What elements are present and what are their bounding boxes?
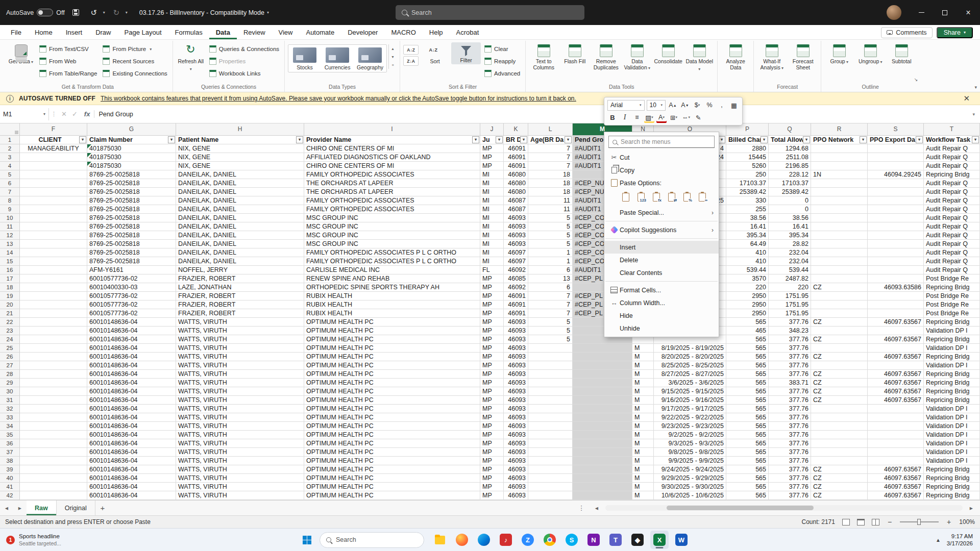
cell-S6[interactable] (868, 179, 924, 188)
column-letter-L[interactable]: L (528, 123, 573, 136)
cell-P27[interactable]: 565 (726, 361, 769, 370)
cell-P7[interactable]: 25389.42 (726, 188, 769, 196)
cell-G35[interactable]: 60010148636-04 (87, 431, 176, 439)
cell-H7[interactable]: DANEILAK, DANIEL (176, 188, 304, 196)
row-number-20[interactable]: 20 (0, 300, 20, 309)
cell-R12[interactable] (811, 231, 868, 240)
save-button[interactable] (69, 6, 83, 19)
select-all-button[interactable] (0, 123, 20, 136)
cell-M30[interactable] (573, 387, 632, 396)
cell-S42[interactable]: 46097.63567 (868, 491, 924, 500)
ribbon-big-button[interactable]: Flash Fill (560, 42, 590, 65)
cell-H4[interactable]: NIX, GENE (176, 162, 304, 170)
cell-R24[interactable]: CZ (811, 335, 868, 344)
header-cell-R1[interactable]: PPO Network▾ (811, 136, 868, 144)
ribbon-tab[interactable]: File (4, 25, 28, 39)
cell-F23[interactable] (20, 327, 87, 335)
cell-F27[interactable] (20, 361, 87, 370)
cell-J11[interactable]: MI (480, 222, 504, 231)
cell-H31[interactable]: WATTS, VIRUTH (176, 396, 304, 405)
filter-button[interactable]: ▾ (296, 136, 303, 143)
ribbon-tab[interactable]: View (272, 25, 300, 39)
comma-style-button[interactable]: , (717, 100, 727, 111)
row-number-23[interactable]: 23 (0, 327, 20, 335)
undo-button[interactable]: ↺ (87, 6, 101, 19)
row-number-41[interactable]: 41 (0, 483, 20, 491)
cell-G24[interactable]: 60010148636-04 (87, 335, 176, 344)
cell-P8[interactable]: 330 (726, 196, 769, 205)
cell-I41[interactable]: OPTIMUM HEALTH PC (304, 483, 480, 491)
cell-F15[interactable] (20, 257, 87, 266)
cell-T14[interactable]: Audit Repair Q (924, 248, 980, 257)
cell-O26[interactable]: 8/20/2025 - 8/20/2025 (654, 353, 726, 361)
comments-button[interactable]: Comments (881, 27, 932, 38)
cell-K41[interactable]: 46093 (504, 483, 528, 491)
ribbon-small-button[interactable]: From Text/CSV (37, 44, 99, 54)
column-letter-H[interactable]: H (176, 123, 304, 136)
row-number-13[interactable]: 13 (0, 240, 20, 248)
cell-F38[interactable] (20, 457, 87, 465)
cell-J15[interactable]: MI (480, 257, 504, 266)
cell-M26[interactable] (573, 353, 632, 361)
column-letter-T[interactable]: T (924, 123, 980, 136)
cell-F19[interactable] (20, 292, 87, 300)
cell-S2[interactable] (868, 144, 924, 153)
row-number-29[interactable]: 29 (0, 379, 20, 387)
ribbon-small-button[interactable]: Queries & Connections (207, 44, 281, 54)
cell-J19[interactable]: MP (480, 292, 504, 300)
ribbon-small-button[interactable]: Recent Sources (101, 56, 169, 66)
cell-T15[interactable]: Audit Repair Q (924, 257, 980, 266)
cell-K38[interactable]: 46093 (504, 457, 528, 465)
cell-F13[interactable] (20, 240, 87, 248)
cell-G39[interactable]: 60010148636-04 (87, 465, 176, 474)
cell-Q41[interactable]: 377.76 (769, 483, 811, 491)
italic-button[interactable]: I (620, 112, 630, 123)
cell-G20[interactable]: 60010577736-02 (87, 300, 176, 309)
cell-K16[interactable]: 46092 (504, 266, 528, 274)
cell-K35[interactable]: 46093 (504, 431, 528, 439)
cell-K13[interactable]: 46093 (504, 240, 528, 248)
cell-K33[interactable]: 46093 (504, 413, 528, 422)
zoom-slider[interactable] (900, 521, 939, 522)
cell-G40[interactable]: 60010148636-04 (87, 474, 176, 483)
cell-G22[interactable]: 60010148636-04 (87, 318, 176, 327)
cell-G19[interactable]: 60010577736-02 (87, 292, 176, 300)
cell-N31[interactable]: M (632, 396, 654, 405)
cell-H15[interactable]: DANEILAK, DANIEL (176, 257, 304, 266)
cell-R19[interactable] (811, 292, 868, 300)
name-box-caret-icon[interactable]: ▾ (43, 112, 45, 116)
cell-P26[interactable]: 565 (726, 353, 769, 361)
cell-O39[interactable]: 9/24/2025 - 9/24/2025 (654, 465, 726, 474)
cell-R23[interactable] (811, 327, 868, 335)
cell-K42[interactable]: 46093 (504, 491, 528, 500)
cell-Q12[interactable]: 395.34 (769, 231, 811, 240)
align-center-button[interactable]: ≡ (632, 112, 642, 123)
filter-button[interactable]: ▾ (472, 136, 479, 143)
cell-G23[interactable]: 60010148636-04 (87, 327, 176, 335)
cell-R14[interactable] (811, 248, 868, 257)
clock[interactable]: 9:17 AM 3/17/2026 (947, 533, 973, 547)
cell-K3[interactable]: 46091 (504, 153, 528, 162)
cell-I5[interactable]: FAMILY ORTHOPEDIC ASSOCIATES (304, 170, 480, 179)
cell-K25[interactable]: 46093 (504, 344, 528, 353)
cell-G42[interactable]: 60010148636-04 (87, 491, 176, 500)
cell-F24[interactable] (20, 335, 87, 344)
cell-I42[interactable]: OPTIMUM HEALTH PC (304, 491, 480, 500)
menu-item-insert[interactable]: Insert (604, 241, 719, 254)
cell-G13[interactable]: 8769-25-0025818 (87, 240, 176, 248)
cell-S38[interactable] (868, 457, 924, 465)
cell-G25[interactable]: 60010148636-04 (87, 344, 176, 353)
cell-S4[interactable] (868, 162, 924, 170)
cell-Q18[interactable]: 220 (769, 283, 811, 292)
cell-N33[interactable]: M (632, 413, 654, 422)
cell-Q20[interactable]: 1751.95 (769, 300, 811, 309)
cell-H40[interactable]: WATTS, VIRUTH (176, 474, 304, 483)
redo-caret-icon[interactable]: ▾ (126, 10, 128, 15)
paste-link-button[interactable]: ∞ (696, 191, 708, 203)
cell-T19[interactable]: Post Bridge Re (924, 292, 980, 300)
cell-G41[interactable]: 60010148636-04 (87, 483, 176, 491)
cell-O27[interactable]: 8/25/2025 - 8/25/2025 (654, 361, 726, 370)
cell-P11[interactable]: 16.41 (726, 222, 769, 231)
column-letter-Q[interactable]: Q (769, 123, 811, 136)
cell-L42[interactable] (528, 491, 573, 500)
